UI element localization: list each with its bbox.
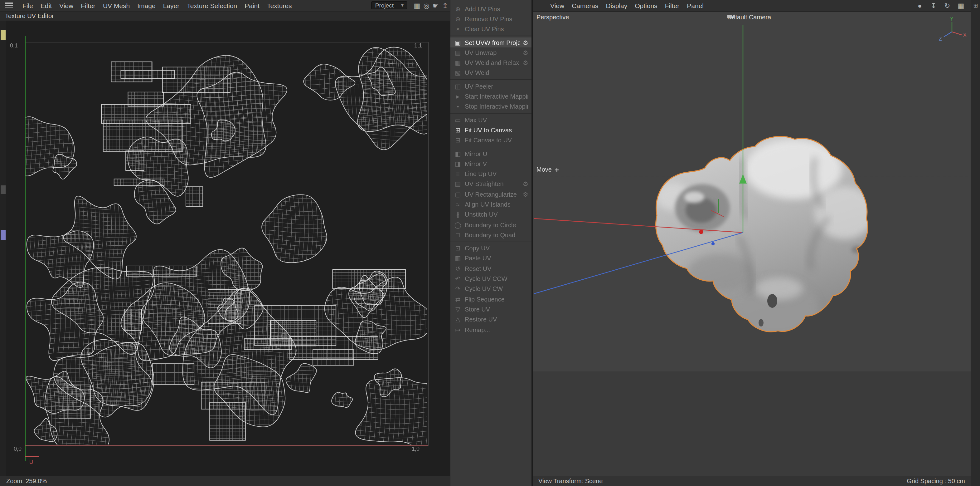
project-dropdown-label: Project — [375, 2, 394, 9]
download-icon[interactable]: ↧ — [929, 0, 938, 11]
cmd-label: Add UV Pins — [465, 5, 528, 12]
cmd-label: Reset UV — [465, 265, 528, 272]
viewport-menu-display[interactable]: Display — [602, 0, 631, 11]
lineup-icon: ≡ — [454, 170, 461, 177]
cmd-store-uv: ▽Store UV — [450, 304, 531, 315]
cmd-align-uv-islands: ≈Align UV Islands — [450, 199, 531, 210]
chart-icon[interactable]: ▥ — [412, 0, 422, 11]
z-axis-handle[interactable] — [711, 242, 714, 245]
mirror-u-icon: ◧ — [454, 150, 461, 157]
store-icon: ▽ — [454, 306, 461, 313]
uv-wireframe-canvas[interactable] — [6, 21, 450, 476]
dock-grid-icon[interactable]: ⊞ — [973, 3, 978, 9]
gear-icon[interactable]: ⚙ — [523, 191, 528, 198]
side-tab-swatch[interactable] — [1, 185, 6, 194]
gear-icon[interactable]: ⚙ — [523, 39, 528, 46]
menu-textures[interactable]: Textures — [263, 0, 295, 11]
boundary-quad-icon: □ — [454, 232, 461, 239]
viewport-pane: ViewCamerasDisplayOptionsFilterPanel ●↧↻… — [532, 0, 970, 486]
grid-icon[interactable]: ▦ — [956, 0, 966, 11]
menu-image[interactable]: Image — [134, 0, 159, 11]
menu-file[interactable]: File — [19, 0, 37, 11]
flip-icon: ⇄ — [454, 296, 461, 303]
cmd-label: Paste UV — [465, 255, 528, 262]
model-hole — [767, 294, 777, 308]
cmd-label: Stop Interactive Mapping — [465, 103, 528, 110]
uv-corner-label: 1,1 — [414, 43, 422, 49]
menu-filter[interactable]: Filter — [77, 0, 99, 11]
axis-label-y: Y — [950, 16, 953, 21]
cmd-line-up-uv: ≡Line Up UV — [450, 169, 531, 179]
zoom-level: Zoom: 259.0% — [6, 478, 47, 484]
refresh-icon[interactable]: ↻ — [943, 0, 952, 11]
projection-icon: ▣ — [454, 39, 461, 46]
sphere-icon[interactable]: ● — [915, 0, 924, 11]
menu-texture-selection[interactable]: Texture Selection — [183, 0, 241, 11]
cmd-label: Remove UV Pins — [465, 16, 528, 22]
upload-icon[interactable]: ↥ — [441, 0, 450, 11]
cmd-uv-unwrap: ▤UV Unwrap⚙ — [450, 48, 531, 58]
left-toolbar-icons: ▥◎☛↥ — [412, 0, 450, 11]
project-dropdown[interactable]: Project ▾ — [371, 2, 407, 10]
mirror-v-icon: ◨ — [454, 161, 461, 167]
sphere-icon[interactable]: ◎ — [422, 0, 431, 11]
align-islands-icon: ≈ — [454, 201, 461, 208]
cycle-ccw-icon: ↶ — [454, 275, 461, 282]
cmd-uv-weld: ▧UV Weld — [450, 68, 531, 78]
menu-paint[interactable]: Paint — [241, 0, 263, 11]
side-tab-swatch[interactable] — [1, 230, 6, 240]
camera-icon[interactable] — [727, 13, 735, 19]
uv-editor-title: Texture UV Editor — [0, 11, 450, 21]
viewport-menu-view[interactable]: View — [546, 0, 568, 11]
peeler-icon: ◫ — [454, 83, 461, 89]
viewport-menu-panel[interactable]: Panel — [683, 0, 707, 11]
x-axis-handle[interactable] — [699, 229, 703, 234]
command-group: ▭Max UV⊞Fit UV to Canvas⊟Fit Canvas to U… — [450, 114, 531, 147]
command-group: ▣Set UVW from Projection⚙▤UV Unwrap⚙▦UV … — [450, 36, 531, 80]
gear-icon[interactable]: ⚙ — [523, 181, 528, 188]
axis-label-x: X — [963, 32, 967, 37]
menu-layer[interactable]: Layer — [159, 0, 183, 11]
boundary-circle-icon: ◯ — [454, 221, 461, 228]
menu-icon[interactable] — [5, 3, 13, 8]
cmd-cycle-uv-cw: ↷Cycle UV CW — [450, 284, 531, 294]
viewport-menu-options[interactable]: Options — [631, 0, 661, 11]
side-tab-strip — [0, 21, 6, 476]
camera-label[interactable]: Default Camera — [727, 13, 771, 20]
active-tool-label: Move + — [536, 166, 559, 173]
cmd-label: Start Interactive Mapping — [465, 93, 528, 100]
cmd-label: Restore UV — [465, 316, 528, 323]
cmd-remove-uv-pins: ⊖Remove UV Pins — [450, 14, 531, 24]
cmd-boundary-to-quad: □Boundary to Quad — [450, 230, 531, 240]
gear-icon[interactable]: ⚙ — [523, 49, 528, 56]
perspective-viewport[interactable]: Y X Z Perspective Default Camera Move + — [533, 11, 971, 476]
cmd-fit-uv-to-canvas[interactable]: ⊞Fit UV to Canvas — [450, 125, 531, 135]
command-group: ⊕Add UV Pins⊖Remove UV Pins×Clear UV Pin… — [450, 3, 531, 36]
cmd-stop-interactive-mapping: ▪Stop Interactive Mapping — [450, 102, 531, 112]
menu-uv-mesh[interactable]: UV Mesh — [99, 0, 134, 11]
viewport-scene: Y X Z — [533, 11, 971, 476]
cmd-label: UV Straighten — [465, 181, 520, 188]
command-group: ◫UV Peeler▸Start Interactive Mapping▪Sto… — [450, 80, 531, 114]
viewport-menu-filter[interactable]: Filter — [661, 0, 683, 11]
max-uv-icon: ▭ — [454, 116, 461, 123]
cmd-cycle-uv-ccw: ↶Cycle UV CCW — [450, 274, 531, 284]
uv-command-panel: ⊕Add UV Pins⊖Remove UV Pins×Clear UV Pin… — [450, 0, 532, 486]
rectangularize-icon: ▢ — [454, 191, 461, 198]
cmd-set-uvw-from-projection[interactable]: ▣Set UVW from Projection⚙ — [450, 37, 531, 48]
pin-add-icon: ⊕ — [454, 5, 461, 12]
straighten-icon: ▤ — [454, 181, 461, 188]
hand-icon[interactable]: ☛ — [431, 0, 441, 11]
menu-edit[interactable]: Edit — [37, 0, 56, 11]
model-object[interactable] — [655, 136, 875, 338]
viewport-menu-cameras[interactable]: Cameras — [568, 0, 602, 11]
left-menubar: FileEditViewFilterUV MeshImageLayerTextu… — [0, 0, 450, 11]
menu-view[interactable]: View — [56, 0, 77, 11]
side-tab-swatch[interactable] — [1, 30, 6, 40]
view-transform-status: View Transform: Scene — [538, 478, 603, 485]
cmd-label: Remap... — [465, 326, 528, 333]
pin-remove-icon: ⊖ — [454, 16, 461, 22]
pin-clear-icon: × — [454, 25, 461, 32]
gear-icon[interactable]: ⚙ — [523, 59, 528, 66]
right-menubar-items: ViewCamerasDisplayOptionsFilterPanel — [546, 0, 707, 11]
